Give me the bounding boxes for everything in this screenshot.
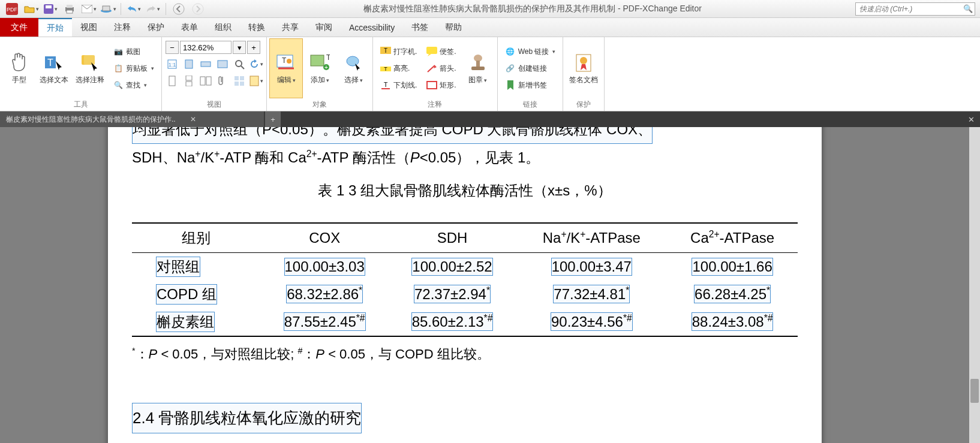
table-row[interactable]: 槲皮素组87.55±2.45*#85.60±2.13*#90.23±4.56*#…	[132, 308, 798, 336]
zoom-in-button[interactable]: +	[247, 41, 260, 54]
underline-button[interactable]: T下划线.	[378, 77, 419, 93]
page-layout-icon[interactable]	[248, 73, 264, 89]
svg-rect-26	[200, 77, 205, 85]
select-tool[interactable]: 选择	[336, 38, 370, 98]
fit-width-icon[interactable]	[198, 56, 214, 72]
save-icon[interactable]	[42, 2, 59, 16]
group-label: 注释	[375, 98, 495, 111]
stamp-tool[interactable]: 图章	[461, 38, 495, 98]
edit-tool[interactable]: T 编辑	[269, 38, 303, 98]
ribbon-group-tools: 手型 T 选择文本 选择注释 📷截图 📋剪贴板 🔍查找 工具	[0, 37, 162, 111]
undo-icon[interactable]	[125, 2, 142, 16]
zoom-marquee-icon[interactable]	[232, 56, 247, 72]
text-selection[interactable]: 均显著低于对照组（P<0.05）。槲皮素显著提高 COPD 大鼠骨骼肌线粒体 C…	[132, 127, 653, 144]
tab-organize[interactable]: 组织	[206, 18, 240, 37]
zoom-dropdown[interactable]: ▾	[233, 41, 246, 54]
scroll-thumb[interactable]	[970, 379, 979, 403]
select-annot-tool[interactable]: 选择注释	[72, 38, 108, 98]
note-button[interactable]: 便签.	[424, 44, 458, 59]
nav-back-icon[interactable]	[170, 2, 187, 16]
thumbnails-icon[interactable]	[232, 73, 247, 89]
globe-icon: 🌐	[505, 46, 516, 57]
hand-tool[interactable]: 手型	[2, 38, 36, 98]
bookmark-button[interactable]: 新增书签	[503, 77, 558, 93]
add-tool[interactable]: T+ 添加	[303, 38, 336, 98]
svg-text:T: T	[384, 47, 387, 54]
print-icon[interactable]	[61, 2, 78, 16]
pdf-page[interactable]: 均显著低于对照组（P<0.05）。槲皮素显著提高 COPD 大鼠骨骼肌线粒体 C…	[108, 127, 822, 443]
menu-bar: 文件 开始 视图 注释 保护 表单 组织 转换 共享 审阅 Accessibil…	[0, 18, 980, 37]
search-icon[interactable]: 🔍	[961, 4, 975, 13]
close-tab-icon[interactable]: ✕	[190, 115, 196, 123]
svg-rect-28	[235, 76, 239, 80]
svg-point-35	[287, 59, 291, 64]
typewriter-button[interactable]: T打字机.	[378, 44, 419, 59]
document-tab[interactable]: 槲皮素对慢性阻塞性肺疾病大鼠骨骼肌损伤的保护作.. ✕	[0, 111, 264, 127]
fit-page-icon[interactable]	[181, 56, 197, 72]
th-sdh[interactable]: SDH	[389, 223, 516, 253]
clipboard-button[interactable]: 📋剪贴板	[110, 61, 157, 76]
quick-launch-input[interactable]	[856, 5, 961, 13]
find-button[interactable]: 🔍查找	[110, 77, 157, 93]
vertical-scrollbar[interactable]	[969, 127, 980, 443]
table-row[interactable]: 对照组100.00±3.03100.00±2.52100.00±3.47100.…	[132, 252, 798, 281]
rect-icon	[426, 80, 437, 91]
tab-share[interactable]: 共享	[273, 18, 307, 37]
fit-visible-icon[interactable]	[215, 56, 230, 72]
single-page-icon[interactable]	[164, 73, 180, 89]
scan-icon[interactable]	[100, 2, 116, 16]
svg-text:T: T	[47, 58, 53, 68]
open-icon[interactable]	[23, 2, 40, 16]
table-row[interactable]: COPD 组68.32±2.86*72.37±2.94*77.32±4.81*6…	[132, 281, 798, 308]
table-caption[interactable]: 表 1 3 组大鼠骨骼肌线粒体酶活性（x±s，%）	[132, 177, 798, 204]
app-icon[interactable]: PDF	[4, 2, 20, 16]
tab-accessibility[interactable]: Accessibility	[341, 18, 403, 37]
typewriter-icon: T	[380, 46, 391, 57]
tab-comment[interactable]: 注释	[106, 18, 139, 37]
th-nak[interactable]: Na+/K+-ATPase	[516, 223, 667, 253]
body-text[interactable]: SDH、Na+/K+-ATP 酶和 Ca2+-ATP 酶活性（P<0.05），见…	[132, 144, 798, 171]
svg-rect-49	[427, 82, 437, 89]
section-heading[interactable]: 2.4 骨骼肌线粒体氧化应激的研究	[132, 403, 362, 433]
tab-help[interactable]: 帮助	[437, 18, 470, 37]
tab-protect[interactable]: 保护	[139, 18, 173, 37]
th-group[interactable]: 组别	[132, 223, 261, 253]
sign-tool[interactable]: 签名文档	[566, 38, 602, 98]
redo-icon[interactable]	[145, 2, 161, 16]
th-ca[interactable]: Ca2+-ATPase	[667, 223, 798, 253]
data-table[interactable]: 组别 COX SDH Na+/K+-ATPase Ca2+-ATPase 对照组…	[132, 222, 798, 337]
attach-icon[interactable]	[215, 73, 230, 89]
document-viewport[interactable]: 均显著低于对照组（P<0.05）。槲皮素显著提高 COPD 大鼠骨骼肌线粒体 C…	[0, 127, 980, 443]
tab-form[interactable]: 表单	[173, 18, 206, 37]
tab-review[interactable]: 审阅	[307, 18, 341, 37]
tab-view[interactable]: 视图	[72, 18, 106, 37]
edit-icon: T	[275, 52, 297, 74]
svg-rect-19	[201, 62, 211, 67]
createlink-button[interactable]: 🔗创建链接	[503, 61, 558, 76]
tab-convert[interactable]: 转换	[240, 18, 273, 37]
rotate-icon[interactable]	[248, 56, 264, 72]
continuous-icon[interactable]	[181, 73, 197, 89]
nav-fwd-icon[interactable]	[190, 2, 206, 16]
screenshot-button[interactable]: 📷截图	[110, 44, 157, 59]
two-page-icon[interactable]	[198, 73, 214, 89]
file-menu[interactable]: 文件	[0, 18, 38, 37]
quick-launch[interactable]: 🔍	[855, 2, 975, 16]
arrow-button[interactable]: 箭头.	[424, 61, 458, 76]
new-tab-button[interactable]: +	[265, 111, 281, 127]
highlight-button[interactable]: T高亮.	[378, 61, 419, 76]
mail-icon[interactable]	[80, 2, 97, 16]
table-footnote[interactable]: *：P < 0.05，与对照组比较; #：P < 0.05，与 COPD 组比较…	[132, 342, 798, 367]
select-text-tool[interactable]: T 选择文本	[36, 38, 72, 98]
th-cox[interactable]: COX	[261, 223, 389, 253]
zoom-out-button[interactable]: −	[166, 41, 179, 54]
close-all-icon[interactable]: ✕	[962, 111, 980, 127]
ribbon-group-links: 🌐Web 链接 🔗创建链接 新增书签 链接	[498, 37, 564, 111]
zoom-input[interactable]	[180, 41, 232, 54]
weblink-button[interactable]: 🌐Web 链接	[503, 44, 558, 59]
tab-bookmarks[interactable]: 书签	[403, 18, 437, 37]
group-label: 对象	[269, 98, 370, 111]
rect-button[interactable]: 矩形.	[424, 77, 458, 93]
tab-home[interactable]: 开始	[38, 18, 72, 37]
actual-size-icon[interactable]: 1:1	[164, 56, 180, 72]
